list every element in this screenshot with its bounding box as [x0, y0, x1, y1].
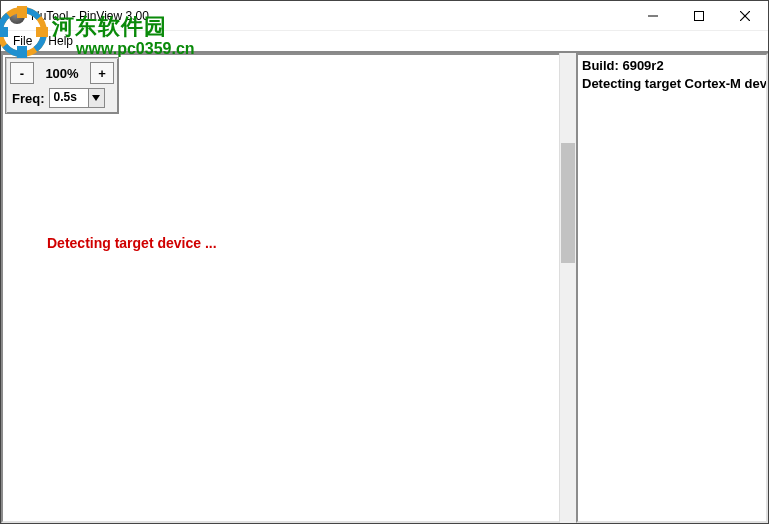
main-view: - 100% + Freq: 0.5s Detecting target dev…	[1, 53, 559, 523]
minimize-button[interactable]	[630, 1, 676, 31]
freq-value: 0.5s	[50, 89, 88, 107]
menu-help[interactable]: Help	[40, 32, 81, 50]
build-label: Build: 6909r2	[582, 57, 762, 75]
svg-marker-4	[92, 95, 100, 101]
window-title: NuTool - PinView 3.00	[31, 9, 149, 23]
vertical-scrollbar[interactable]	[559, 53, 576, 523]
scrollbar-thumb[interactable]	[561, 143, 575, 263]
zoom-out-button[interactable]: -	[10, 62, 34, 84]
chevron-down-icon[interactable]	[88, 89, 104, 107]
toolbox: - 100% + Freq: 0.5s	[5, 57, 119, 114]
log-line: Detecting target Cortex-M device	[582, 75, 762, 93]
zoom-in-button[interactable]: +	[90, 62, 114, 84]
svg-rect-1	[695, 11, 704, 20]
zoom-value: 100%	[38, 66, 86, 81]
status-message: Detecting target device ...	[47, 235, 217, 251]
freq-select[interactable]: 0.5s	[49, 88, 105, 108]
menu-file[interactable]: File	[5, 32, 40, 50]
close-button[interactable]	[722, 1, 768, 31]
freq-label: Freq:	[10, 91, 45, 106]
menubar: File Help	[1, 31, 768, 51]
log-panel: Build: 6909r2 Detecting target Cortex-M …	[576, 53, 768, 523]
app-icon	[9, 8, 25, 24]
maximize-button[interactable]	[676, 1, 722, 31]
